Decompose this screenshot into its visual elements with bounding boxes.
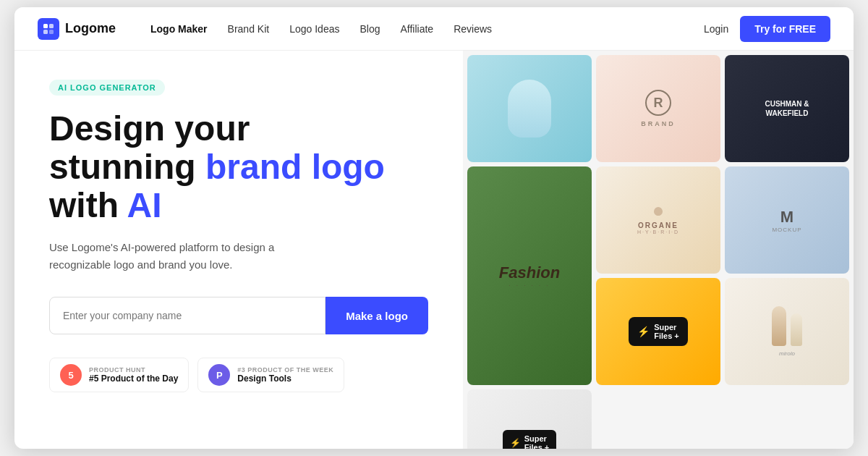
grid-img-mockup: M MOCKUP [725, 166, 849, 274]
brand-name: Logome [65, 21, 116, 36]
main-content: AI LOGO GENERATOR Design your stunning b… [14, 51, 854, 449]
ph-label-day: PRODUCT HUNT [89, 366, 178, 373]
browser-frame: Logome Logo Maker Brand Kit Logo Ideas B… [14, 7, 854, 449]
grid-img-organe: ORGANE H·Y·B·R·I·D [596, 166, 720, 274]
cushman-text: CUSHMAN &WAKEFIELD [765, 99, 809, 118]
heading-accent2: AI [127, 186, 162, 224]
ai-badge: AI LOGO GENERATOR [49, 80, 165, 96]
superfiles-tote-label-2: Files + [524, 443, 550, 449]
ph-badges: 5 PRODUCT HUNT #5 Product of the Day P #… [49, 358, 428, 392]
ph-label-week: #3 PRODUCT OF THE WEEK [237, 366, 333, 373]
nav-brand-kit[interactable]: Brand Kit [228, 23, 270, 35]
grid-img-fashion: Fashion · · · · · · [467, 166, 592, 385]
nav-links: Logo Maker Brand Kit Logo Ideas Blog Aff… [150, 23, 681, 35]
grid-img-superfiles-yellow: ⚡ Super Files + [596, 278, 720, 385]
ph-info-day: PRODUCT HUNT #5 Product of the Day [89, 366, 178, 384]
ph-title-week: Design Tools [237, 373, 333, 384]
make-logo-button[interactable]: Make a logo [326, 297, 428, 334]
superfiles-label-2: Files + [654, 332, 679, 340]
svg-rect-2 [43, 30, 48, 34]
grid-img-bottle [467, 55, 592, 162]
company-name-input[interactable] [49, 297, 326, 334]
ph-badge-day: 5 PRODUCT HUNT #5 Product of the Day [49, 358, 189, 392]
serum-text: mirolo [779, 350, 795, 357]
m-letter: M [780, 208, 793, 227]
heading-line2: stunning [49, 148, 205, 186]
grid-img-superfiles-tote: ⚡ Super Files + [467, 389, 592, 449]
nav-blog[interactable]: Blog [359, 23, 380, 35]
svg-rect-0 [43, 24, 48, 28]
nav-reviews[interactable]: Reviews [454, 23, 492, 35]
hero-heading: Design your stunning brand logo with AI [49, 110, 428, 224]
fashion-sub: · · · · · · [509, 282, 550, 289]
logo-area[interactable]: Logome [38, 18, 116, 40]
hero-right: R BRAND CUSHMAN &WAKEFIELD Fashion · · ·… [463, 51, 854, 449]
grid-img-serum: mirolo [725, 278, 849, 385]
ph-badge-week: P #3 PRODUCT OF THE WEEK Design Tools [197, 358, 344, 392]
nav-logo-maker[interactable]: Logo Maker [150, 23, 208, 35]
try-free-button[interactable]: Try for FREE [740, 16, 830, 42]
superfiles-label-1: Super [654, 323, 679, 332]
ph-title-day: #5 Product of the Day [89, 373, 178, 384]
logo-icon [38, 18, 59, 40]
heading-line1: Design your [49, 109, 250, 148]
brand-r-circle: R [645, 90, 671, 116]
grid-img-cushman: CUSHMAN &WAKEFIELD [725, 55, 849, 162]
svg-rect-3 [49, 30, 54, 34]
hero-subtext: Use Logome's AI-powered platform to desi… [49, 239, 339, 274]
ph-circle-orange: 5 [60, 364, 82, 386]
heading-line3: with [49, 186, 127, 224]
svg-rect-1 [49, 24, 54, 28]
heading-accent: brand logo [205, 148, 385, 186]
grid-img-brand-r: R BRAND [596, 55, 720, 162]
nav-right: Login Try for FREE [704, 16, 830, 42]
mockup-text: MOCKUP [772, 227, 801, 233]
nav-logo-ideas[interactable]: Logo Ideas [289, 23, 339, 35]
ph-info-week: #3 PRODUCT OF THE WEEK Design Tools [237, 366, 333, 384]
login-button[interactable]: Login [704, 23, 728, 35]
cta-row: Make a logo [49, 297, 428, 334]
organe-text: ORGANE [638, 221, 678, 229]
nav-affiliate[interactable]: Affiliate [401, 23, 434, 35]
navbar: Logome Logo Maker Brand Kit Logo Ideas B… [14, 7, 854, 51]
hero-left: AI LOGO GENERATOR Design your stunning b… [14, 51, 463, 449]
fashion-text: Fashion [499, 263, 560, 282]
ph-circle-purple: P [208, 364, 230, 386]
superfiles-tote-label-1: Super [524, 434, 550, 443]
